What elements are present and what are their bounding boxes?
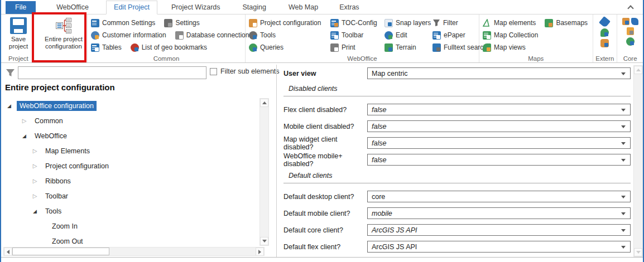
tree-vertical-scrollbar[interactable]	[259, 98, 269, 246]
print-button[interactable]: Print	[330, 41, 385, 54]
database-search-icon[interactable]	[600, 39, 609, 47]
scroll-down-icon[interactable]	[260, 237, 268, 245]
tab-weboffice[interactable]: WebOffice	[49, 1, 96, 14]
tree-item[interactable]: ◢ WebOffice	[2, 128, 259, 143]
tree-item-label[interactable]: WebOffice configuration	[17, 101, 97, 111]
tree-collapsed-icon[interactable]: ▷	[31, 163, 39, 169]
tree-expanded-icon[interactable]: ◢	[6, 103, 13, 109]
tree-item-label[interactable]: Project configuration	[42, 161, 112, 171]
snap-layers-button[interactable]: Snap layers	[385, 17, 432, 29]
default-core-client-dropdown[interactable]: ArcGIS JS API	[367, 224, 631, 236]
map-elements-button[interactable]: Map elements	[483, 19, 536, 27]
queries-button[interactable]: Queries	[249, 41, 330, 54]
tab-edit-project[interactable]: Edit Project	[106, 1, 157, 14]
pin-icon[interactable]	[599, 16, 611, 28]
default-flex-client-dropdown[interactable]: ArcGIS JS API	[367, 241, 631, 253]
tree-item-label[interactable]: Ribbons	[42, 176, 74, 186]
tree-item-label[interactable]: Map Elements	[42, 146, 93, 156]
entire-project-configuration-button[interactable]: Entire project configuration	[38, 17, 89, 54]
map-pin-icon[interactable]	[600, 28, 609, 37]
default-mobile-client-dropdown[interactable]: mobile	[367, 207, 631, 219]
tree-item[interactable]: ◢ WebOffice configuration	[2, 98, 259, 113]
scroll-down-icon[interactable]	[634, 248, 642, 256]
scroll-left-icon[interactable]	[4, 248, 12, 256]
tree-item[interactable]: Zoom In	[2, 219, 259, 234]
tree-item[interactable]: Zoom Out	[2, 234, 259, 245]
tree-collapsed-icon[interactable]: ▷	[21, 118, 28, 124]
gears-icon	[164, 19, 172, 27]
form-row-mobileplus-disabled: WebOffice mobile+ disabled? false	[283, 154, 631, 166]
tree-item-label[interactable]: Toolbar	[42, 191, 71, 201]
toolbar-button[interactable]: Toolbar	[330, 29, 385, 41]
customer-information-button[interactable]: Customer information	[91, 31, 166, 40]
tab-file[interactable]: File	[6, 1, 36, 14]
map-collection-button[interactable]: Map Collection	[483, 31, 538, 40]
tree-expanded-icon[interactable]: ◢	[31, 208, 39, 214]
common-settings-button[interactable]: Common Settings	[91, 19, 155, 27]
map-views-button[interactable]: Map views	[483, 43, 526, 52]
field-label: User view	[283, 70, 367, 77]
field-label: Map widget client disabled?	[283, 135, 367, 151]
form-row-default-flex: Default flex client? ArcGIS JS API	[283, 241, 631, 253]
filter-funnel-icon	[6, 68, 15, 77]
database-icon	[175, 31, 184, 40]
tools-button[interactable]: Tools	[249, 29, 330, 41]
project-configuration-button[interactable]: Project configuration	[249, 17, 330, 29]
vertical-adjust-icon[interactable]	[627, 27, 634, 35]
mobile-client-disabled-dropdown[interactable]: false	[367, 120, 631, 132]
tab-project-wizards[interactable]: Project Wizards	[164, 1, 228, 14]
tree-item[interactable]: ◢ Tools	[2, 203, 259, 219]
customer-info-icon	[91, 31, 99, 40]
filter-input[interactable]	[18, 66, 206, 79]
geo-bookmarks-button[interactable]: List of geo bookmarks	[131, 43, 207, 52]
wrench-icon[interactable]	[631, 18, 638, 25]
collapse-ribbon-icon[interactable]	[627, 5, 633, 11]
tree-item-label[interactable]: WebOffice	[32, 131, 70, 141]
tab-staging[interactable]: Staging	[236, 1, 273, 14]
flex-client-disabled-dropdown[interactable]: false	[367, 104, 631, 115]
terrain-button[interactable]: Terrain	[385, 41, 432, 54]
scroll-right-icon[interactable]	[256, 248, 264, 256]
group-label-common: Common	[88, 55, 245, 62]
tree-collapsed-icon[interactable]: ▷	[31, 178, 39, 184]
basemaps-button[interactable]: Basemaps	[545, 19, 588, 27]
tree-horizontal-scrollbar[interactable]	[3, 247, 265, 256]
tree-item-label[interactable]: Tools	[42, 206, 64, 216]
tree-expanded-icon[interactable]: ◢	[21, 133, 28, 139]
field-label: Default flex client?	[283, 243, 367, 251]
tree-item-label[interactable]: Common	[32, 116, 66, 126]
save-icon	[10, 17, 27, 34]
form-vertical-scrollbar[interactable]	[633, 65, 643, 257]
scroll-up-icon[interactable]	[260, 99, 268, 107]
user-view-dropdown[interactable]: Map centric	[367, 67, 631, 79]
tree-item[interactable]: ▷ Toolbar	[2, 188, 259, 203]
tree-item[interactable]: ▷ Map Elements	[2, 143, 259, 158]
group-label-maps: Maps	[479, 55, 593, 62]
toc-config-button[interactable]: TOC-Config	[330, 17, 385, 29]
tab-extras[interactable]: Extras	[332, 1, 366, 14]
save-project-button[interactable]: Save project	[6, 17, 31, 54]
tree-item[interactable]: ▷ Project configuration	[2, 158, 259, 173]
scrollbar-thumb[interactable]	[12, 248, 109, 255]
edit-button[interactable]: Edit	[385, 29, 432, 41]
filter-sub-elements-checkbox[interactable]	[210, 68, 217, 75]
tree-collapsed-icon[interactable]: ▷	[31, 193, 39, 199]
tree-item[interactable]: ▷ Common	[2, 113, 259, 128]
window-layout-icon[interactable]	[622, 18, 629, 25]
scroll-up-icon[interactable]	[634, 66, 642, 74]
weboffice-mobileplus-disabled-dropdown[interactable]: false	[367, 154, 631, 166]
clock-icon[interactable]	[626, 37, 635, 46]
map-widget-client-disabled-dropdown[interactable]: false	[367, 137, 631, 149]
tree-item-label[interactable]: Zoom Out	[49, 236, 86, 246]
settings-button[interactable]: Settings	[164, 19, 199, 27]
tree-collapsed-icon[interactable]: ▷	[31, 148, 39, 154]
tab-web-map[interactable]: Web Map	[281, 1, 325, 14]
ribbon-group-extern: Extern	[593, 14, 618, 62]
tree-item-label[interactable]: Zoom In	[49, 221, 80, 231]
tree-item[interactable]: ▷ Ribbons	[2, 173, 259, 188]
tables-button[interactable]: Tables	[91, 43, 122, 52]
database-connections-button[interactable]: Database connections	[175, 31, 253, 40]
default-desktop-client-dropdown[interactable]: core	[367, 191, 631, 202]
ribbon-group-project: Save project Entire project configurati	[2, 14, 88, 62]
geo-bookmark-icon	[131, 43, 139, 52]
